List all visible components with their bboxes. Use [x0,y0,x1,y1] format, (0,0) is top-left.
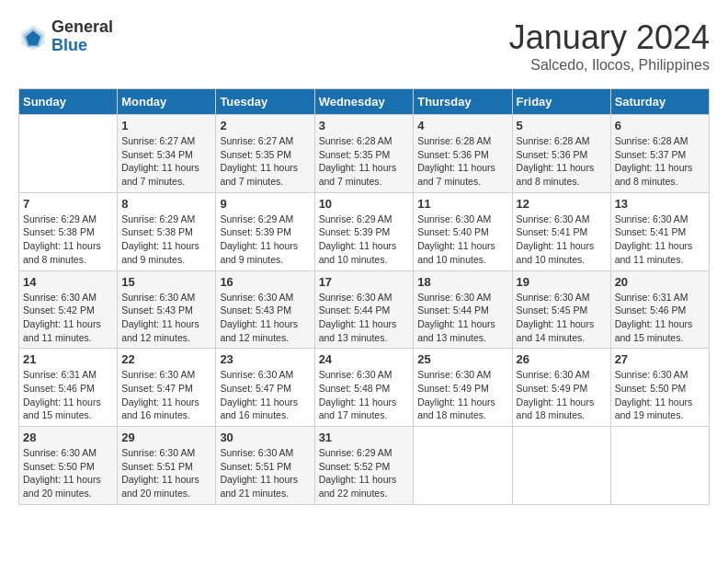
weekday-header-monday: Monday [118,89,216,115]
calendar-location: Salcedo, Ilocos, Philippines [509,57,710,74]
day-number: 14 [23,275,113,289]
calendar-day-cell: 22Sunrise: 6:30 AM Sunset: 5:47 PM Dayli… [118,349,216,427]
calendar-day-cell: 8Sunrise: 6:29 AM Sunset: 5:38 PM Daylig… [118,192,216,270]
logo: General Blue [18,18,113,55]
calendar-day-cell [610,427,709,505]
day-number: 3 [319,119,410,132]
calendar-day-cell: 17Sunrise: 6:30 AM Sunset: 5:44 PM Dayli… [314,270,414,349]
calendar-day-cell [19,115,118,193]
logo-general: General [51,18,113,37]
day-number: 20 [615,275,705,289]
day-number: 2 [220,119,310,132]
calendar-day-cell: 6Sunrise: 6:28 AM Sunset: 5:37 PM Daylig… [610,115,709,193]
title-block: January 2024 Salcedo, Ilocos, Philippine… [509,18,710,74]
day-info: Sunrise: 6:30 AM Sunset: 5:42 PM Dayligh… [23,291,113,345]
day-info: Sunrise: 6:30 AM Sunset: 5:43 PM Dayligh… [121,291,211,345]
day-number: 22 [121,352,211,366]
calendar-day-cell: 19Sunrise: 6:30 AM Sunset: 5:45 PM Dayli… [512,270,610,349]
day-number: 13 [615,197,705,211]
day-number: 16 [220,275,310,289]
day-info: Sunrise: 6:30 AM Sunset: 5:44 PM Dayligh… [319,291,410,345]
calendar-day-cell: 1Sunrise: 6:27 AM Sunset: 5:34 PM Daylig… [118,115,216,193]
calendar-table: SundayMondayTuesdayWednesdayThursdayFrid… [18,88,710,505]
day-number: 12 [517,197,607,211]
calendar-day-cell: 30Sunrise: 6:30 AM Sunset: 5:51 PM Dayli… [216,427,314,505]
weekday-header-saturday: Saturday [610,89,709,115]
day-info: Sunrise: 6:29 AM Sunset: 5:39 PM Dayligh… [319,213,410,267]
calendar-day-cell: 23Sunrise: 6:30 AM Sunset: 5:47 PM Dayli… [216,349,314,427]
calendar-week-1: 1Sunrise: 6:27 AM Sunset: 5:34 PM Daylig… [19,115,710,193]
day-number: 15 [121,275,211,289]
calendar-day-cell: 28Sunrise: 6:30 AM Sunset: 5:50 PM Dayli… [19,427,118,505]
logo-blue: Blue [51,37,113,55]
day-number: 11 [417,197,507,211]
day-info: Sunrise: 6:29 AM Sunset: 5:39 PM Dayligh… [220,213,310,267]
day-number: 30 [220,431,310,444]
weekday-header-sunday: Sunday [19,89,118,115]
day-number: 21 [23,352,113,366]
calendar-day-cell [512,427,610,505]
day-number: 4 [417,119,507,132]
day-number: 19 [517,275,607,289]
calendar-title: January 2024 [509,18,710,57]
page-header: General Blue January 2024 Salcedo, Iloco… [18,18,710,74]
day-number: 24 [319,352,410,366]
day-number: 18 [417,275,507,289]
day-info: Sunrise: 6:30 AM Sunset: 5:45 PM Dayligh… [517,291,607,345]
calendar-day-cell: 14Sunrise: 6:30 AM Sunset: 5:42 PM Dayli… [19,270,118,349]
day-info: Sunrise: 6:28 AM Sunset: 5:36 PM Dayligh… [417,134,507,189]
day-info: Sunrise: 6:31 AM Sunset: 5:46 PM Dayligh… [615,291,705,345]
calendar-week-2: 7Sunrise: 6:29 AM Sunset: 5:38 PM Daylig… [19,192,710,270]
calendar-day-cell: 15Sunrise: 6:30 AM Sunset: 5:43 PM Dayli… [118,270,216,349]
day-number: 29 [121,431,211,444]
day-info: Sunrise: 6:30 AM Sunset: 5:51 PM Dayligh… [220,446,310,500]
day-number: 27 [615,352,705,366]
calendar-day-cell [414,427,512,505]
day-info: Sunrise: 6:30 AM Sunset: 5:41 PM Dayligh… [615,213,705,267]
day-info: Sunrise: 6:30 AM Sunset: 5:47 PM Dayligh… [121,368,211,422]
day-info: Sunrise: 6:28 AM Sunset: 5:37 PM Dayligh… [615,134,705,189]
weekday-header-wednesday: Wednesday [314,89,414,115]
calendar-day-cell: 24Sunrise: 6:30 AM Sunset: 5:48 PM Dayli… [314,349,414,427]
day-number: 1 [121,119,211,132]
calendar-day-cell: 18Sunrise: 6:30 AM Sunset: 5:44 PM Dayli… [414,270,512,349]
calendar-day-cell: 4Sunrise: 6:28 AM Sunset: 5:36 PM Daylig… [414,115,512,193]
calendar-day-cell: 13Sunrise: 6:30 AM Sunset: 5:41 PM Dayli… [610,192,709,270]
calendar-day-cell: 3Sunrise: 6:28 AM Sunset: 5:35 PM Daylig… [314,115,414,193]
day-info: Sunrise: 6:30 AM Sunset: 5:49 PM Dayligh… [417,368,507,422]
calendar-day-cell: 5Sunrise: 6:28 AM Sunset: 5:36 PM Daylig… [512,115,610,193]
calendar-day-cell: 25Sunrise: 6:30 AM Sunset: 5:49 PM Dayli… [414,349,512,427]
day-info: Sunrise: 6:30 AM Sunset: 5:47 PM Dayligh… [220,368,310,422]
day-info: Sunrise: 6:31 AM Sunset: 5:46 PM Dayligh… [23,368,113,422]
day-number: 31 [319,431,410,444]
calendar-day-cell: 29Sunrise: 6:30 AM Sunset: 5:51 PM Dayli… [118,427,216,505]
day-number: 26 [517,352,607,366]
weekday-header-tuesday: Tuesday [216,89,314,115]
weekday-header-friday: Friday [512,89,610,115]
calendar-day-cell: 31Sunrise: 6:29 AM Sunset: 5:52 PM Dayli… [314,427,414,505]
day-info: Sunrise: 6:30 AM Sunset: 5:51 PM Dayligh… [121,446,211,500]
calendar-day-cell: 27Sunrise: 6:30 AM Sunset: 5:50 PM Dayli… [610,349,709,427]
day-number: 5 [517,119,607,132]
day-info: Sunrise: 6:28 AM Sunset: 5:35 PM Dayligh… [319,134,410,189]
calendar-week-5: 28Sunrise: 6:30 AM Sunset: 5:50 PM Dayli… [19,427,710,505]
day-info: Sunrise: 6:30 AM Sunset: 5:50 PM Dayligh… [23,446,113,500]
calendar-day-cell: 21Sunrise: 6:31 AM Sunset: 5:46 PM Dayli… [19,349,118,427]
calendar-day-cell: 7Sunrise: 6:29 AM Sunset: 5:38 PM Daylig… [19,192,118,270]
day-number: 8 [121,197,211,211]
day-number: 23 [220,352,310,366]
day-number: 7 [23,197,113,211]
calendar-week-3: 14Sunrise: 6:30 AM Sunset: 5:42 PM Dayli… [19,270,710,349]
day-info: Sunrise: 6:30 AM Sunset: 5:41 PM Dayligh… [517,213,607,267]
day-info: Sunrise: 6:30 AM Sunset: 5:44 PM Dayligh… [417,291,507,345]
day-info: Sunrise: 6:30 AM Sunset: 5:49 PM Dayligh… [517,368,607,422]
day-info: Sunrise: 6:30 AM Sunset: 5:50 PM Dayligh… [615,368,705,422]
day-info: Sunrise: 6:30 AM Sunset: 5:40 PM Dayligh… [417,213,507,267]
day-info: Sunrise: 6:29 AM Sunset: 5:38 PM Dayligh… [23,213,113,267]
day-number: 6 [615,119,705,132]
day-info: Sunrise: 6:27 AM Sunset: 5:34 PM Dayligh… [121,134,211,189]
day-info: Sunrise: 6:30 AM Sunset: 5:48 PM Dayligh… [319,368,410,422]
logo-icon [18,22,48,52]
day-info: Sunrise: 6:30 AM Sunset: 5:43 PM Dayligh… [220,291,310,345]
day-number: 9 [220,197,310,211]
